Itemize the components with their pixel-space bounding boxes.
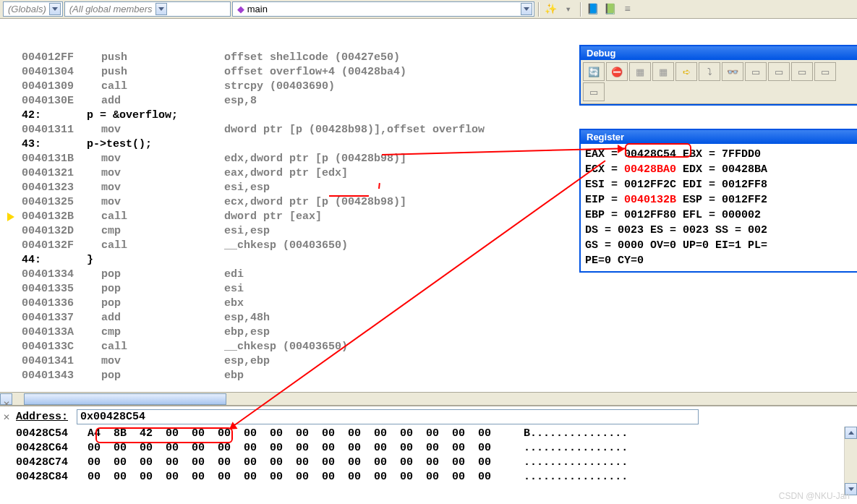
disasm-line[interactable]: 00401336popebx: [0, 296, 857, 311]
disasm-line[interactable]: 0040133Acmpebp,esp: [0, 325, 857, 340]
address: 0040133A: [22, 325, 101, 340]
separator: [580, 2, 581, 17]
wand-icon[interactable]: ✨: [543, 1, 559, 17]
operand: esp,48h: [224, 311, 270, 325]
disasm-line[interactable]: 0040133Ccall__chkesp (00403650): [0, 340, 857, 354]
list-icon[interactable]: ≡: [620, 1, 636, 17]
scope-combo[interactable]: (Globals): [3, 1, 63, 17]
register-line: PE=0 CY=0: [585, 253, 853, 268]
function-combo-text: main: [247, 4, 268, 14]
address: 00401336: [22, 296, 101, 311]
operand: esp,ebp: [224, 354, 270, 369]
function-combo[interactable]: ◆ main: [232, 1, 534, 17]
scope-combo-text: (Globals): [8, 4, 46, 14]
operand: dword ptr [eax]: [224, 210, 322, 224]
address: 004012FF: [22, 51, 101, 65]
watch-icon[interactable]: ▭: [745, 62, 767, 81]
register-line: EBP = 0012FF80 EFL = 000002: [585, 208, 853, 223]
debug-panel-title: Debug: [581, 46, 857, 60]
restart-icon[interactable]: 🔄: [583, 62, 605, 81]
address: 00401321: [22, 166, 101, 181]
address: 0040130E: [22, 94, 101, 108]
debug-panel[interactable]: Debug 🔄 ⛔ ▦ ▦ ➪ ⤵ 👓 ▭ ▭ ▭ ▭ ▭: [579, 45, 857, 106]
memory-row[interactable]: 00428C84 00 00 00 00 00 00 00 00 00 00 0…: [16, 470, 857, 484]
chevron-down-icon[interactable]: [521, 3, 532, 15]
disasm-line[interactable]: 00401343popebp: [0, 369, 857, 383]
registers-icon[interactable]: ▭: [814, 62, 836, 81]
operand: dword ptr [p (00428b98)],offset overflow: [224, 123, 485, 137]
stop-debug-icon[interactable]: ⛔: [606, 62, 628, 81]
source-line: 43: p->test();: [22, 137, 152, 152]
scroll-thumb[interactable]: [24, 393, 226, 405]
address: 00401335: [22, 282, 101, 296]
chevron-down-icon[interactable]: [49, 3, 61, 15]
book1-icon[interactable]: 📘: [585, 1, 601, 17]
watermark: CSDN @NKU-Jan: [779, 491, 850, 501]
operand: esi,esp: [224, 224, 270, 239]
operand: esp,8: [224, 94, 257, 108]
memory-rows: 00428C54 A4 8B 42 00 00 00 00 00 00 00 0…: [0, 427, 857, 484]
memory-address-label: Address:: [16, 411, 68, 423]
mnemonic: push: [101, 65, 224, 80]
mnemonic: pop: [101, 369, 224, 383]
horizontal-scrollbar[interactable]: [0, 392, 857, 405]
mnemonic: add: [101, 311, 224, 325]
register-line: ESI = 0012FF2C EDI = 0012FF8: [585, 177, 853, 192]
address: 00401323: [22, 181, 101, 195]
disasm-line[interactable]: 00401337addesp,48h: [0, 311, 857, 325]
register-line: EIP = 0040132B ESP = 0012FF2: [585, 192, 853, 208]
members-combo[interactable]: (All global members: [64, 1, 231, 17]
disasm-line[interactable]: 00401341movesp,ebp: [0, 354, 857, 369]
mnemonic: add: [101, 94, 224, 108]
mnemonic: cmp: [101, 224, 224, 239]
address: 00401325: [22, 195, 101, 210]
address: 00401341: [22, 354, 101, 369]
book2-icon[interactable]: 📗: [602, 1, 618, 17]
mnemonic: cmp: [101, 325, 224, 340]
memory-row[interactable]: 00428C64 00 00 00 00 00 00 00 00 00 00 0…: [16, 441, 857, 456]
register-line: EAX = 00428C54 EBX = 7FFDD0: [585, 147, 853, 162]
operand: edi: [224, 268, 244, 282]
step-into-icon[interactable]: ⤵: [699, 62, 720, 81]
address: 00401337: [22, 311, 101, 325]
mnemonic: call: [101, 340, 224, 354]
mnemonic: mov: [101, 166, 224, 181]
operand: offset shellcode (00427e50): [224, 51, 400, 65]
memory-icon[interactable]: ▭: [791, 62, 813, 81]
memory-address-input[interactable]: [77, 409, 699, 424]
operand: ebp: [224, 369, 244, 383]
address: 0040131B: [22, 152, 101, 166]
memory-row[interactable]: 00428C54 A4 8B 42 00 00 00 00 00 00 00 0…: [16, 427, 857, 441]
memory-vscroll[interactable]: [844, 427, 857, 495]
break-icon[interactable]: ▦: [629, 62, 651, 81]
mnemonic: pop: [101, 282, 224, 296]
register-line: GS = 0000 OV=0 UP=0 EI=1 PL=: [585, 238, 853, 253]
mnemonic: mov: [101, 195, 224, 210]
register-line: ECX = 00428BA0 EDX = 00428BA: [585, 162, 853, 177]
disasm-line[interactable]: 00401335popesi: [0, 282, 857, 296]
members-combo-text: (All global members: [69, 4, 153, 14]
mnemonic: pop: [101, 268, 224, 282]
disasm-line[interactable]: 42: p = &overflow;: [0, 108, 857, 123]
scroll-up-icon[interactable]: [845, 427, 857, 439]
chevron-down-icon[interactable]: [155, 3, 167, 15]
mnemonic: push: [101, 51, 224, 65]
memory-pane: Address: 00428C54 A4 8B 42 00 00 00 00 0…: [0, 405, 857, 495]
memory-row[interactable]: 00428C74 00 00 00 00 00 00 00 00 00 00 0…: [16, 456, 857, 470]
dropdown-icon[interactable]: ▾: [560, 1, 576, 17]
mnemonic: mov: [101, 354, 224, 369]
operand: ebp,esp: [224, 325, 270, 340]
operand: esi: [224, 282, 244, 296]
mnemonic: mov: [101, 123, 224, 137]
glasses-icon[interactable]: 👓: [722, 62, 743, 81]
step-next-icon[interactable]: ➪: [675, 62, 697, 81]
address: 0040132D: [22, 224, 101, 239]
callstack-icon[interactable]: ▭: [583, 82, 605, 101]
apply-icon[interactable]: ▦: [652, 62, 674, 81]
main-toolbar: (Globals) (All global members ◆ main ✨ ▾…: [0, 0, 857, 19]
address: 00401311: [22, 123, 101, 137]
debug-toolbar: 🔄 ⛔ ▦ ▦ ➪ ⤵ 👓 ▭ ▭ ▭ ▭ ▭: [581, 60, 857, 104]
watch2-icon[interactable]: ▭: [768, 62, 790, 81]
registers-panel-title: Register: [581, 130, 857, 144]
address: 00401309: [22, 80, 101, 94]
